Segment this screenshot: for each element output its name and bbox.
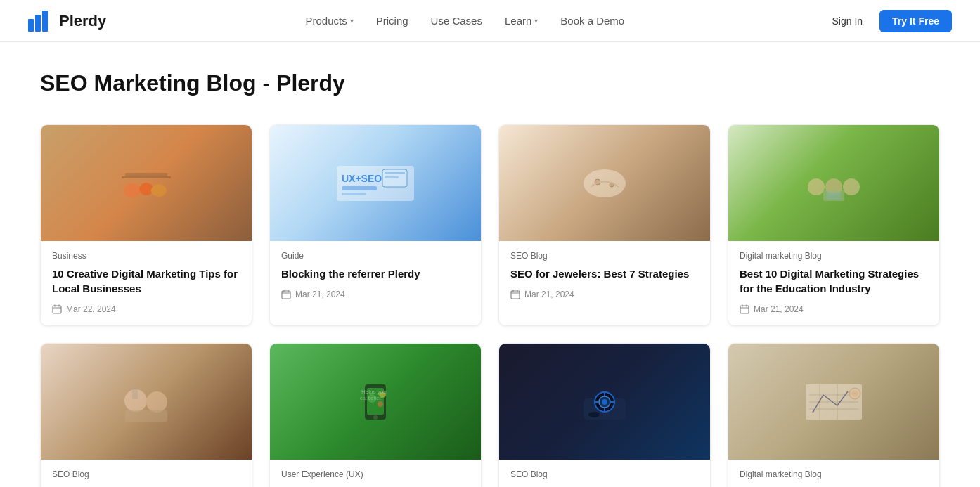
card-category: Business [52, 251, 240, 261]
card-title: Best 10 Digital Marketing Strategies for… [740, 266, 928, 296]
navbar: Plerdy Products ▾ Pricing Use Cases Lear… [0, 0, 980, 42]
card-image-4 [728, 125, 939, 241]
svg-rect-1 [35, 15, 41, 32]
card-date: Mar 21, 2024 [281, 290, 470, 299]
card-date: Mar 21, 2024 [740, 304, 928, 314]
blog-grid-row2: SEO Blog Senior Living SEO: 7 Tactics Th… [40, 343, 940, 487]
card-title: Blocking the referrer Plerdy [281, 266, 470, 281]
nav-book-demo[interactable]: Book a Demo [560, 15, 624, 27]
nav-use-cases[interactable]: Use Cases [431, 15, 482, 27]
card-category: SEO Blog [510, 251, 699, 261]
chevron-down-icon: ▾ [534, 17, 538, 25]
blog-card-3: SEO Blog SEO for Jewelers: Best 7 Strate… [498, 124, 711, 326]
blog-card-5: SEO Blog Senior Living SEO: 7 Tactics Th… [40, 343, 252, 487]
svg-rect-6 [125, 173, 167, 176]
nav-links: Products ▾ Pricing Use Cases Learn ▾ Boo… [306, 15, 625, 27]
card-category: Digital marketing Blog [740, 469, 928, 479]
svg-rect-41 [125, 410, 167, 422]
card-image-2: UX+SEO = [270, 125, 481, 241]
svg-point-23 [584, 169, 626, 197]
calendar-icon [740, 304, 749, 314]
svg-text:Helps you: Helps you [361, 389, 387, 395]
card-image-6: Helps you eat better. [270, 344, 481, 460]
card-category: SEO Blog [510, 469, 699, 479]
card-date: Mar 22, 2024 [52, 304, 240, 314]
logo-link[interactable]: Plerdy [28, 11, 106, 32]
svg-point-62 [602, 399, 607, 405]
svg-point-30 [808, 178, 825, 195]
svg-rect-42 [132, 388, 138, 399]
svg-rect-35 [740, 306, 749, 313]
svg-rect-0 [28, 19, 34, 32]
card-image-5 [41, 344, 252, 460]
svg-rect-14 [342, 186, 377, 190]
card-title: SEO for Jewelers: Best 7 Strategies [510, 266, 699, 281]
card-title: 10 Creative Digital Marketing Tips for L… [52, 266, 240, 296]
svg-rect-19 [282, 291, 290, 299]
chevron-down-icon: ▾ [350, 17, 354, 25]
svg-rect-26 [511, 291, 520, 299]
blog-card-1: Business 10 Creative Digital Marketing T… [40, 124, 252, 326]
nav-pricing[interactable]: Pricing [376, 15, 408, 27]
svg-text:eat better.: eat better. [360, 396, 382, 401]
svg-rect-15 [342, 193, 366, 195]
try-free-button[interactable]: Try It Free [879, 10, 952, 32]
main-content: SEO Marketing Blog - Plerdy Business 10 … [12, 42, 968, 487]
signin-button[interactable]: Sign In [823, 11, 871, 31]
nav-learn[interactable]: Learn ▾ [505, 15, 538, 27]
svg-point-4 [139, 183, 153, 195]
logo-text: Plerdy [59, 12, 106, 30]
svg-rect-18 [385, 176, 399, 178]
svg-point-67 [588, 412, 600, 417]
card-image-7 [499, 344, 710, 460]
blog-card-2: UX+SEO = Guide Blocking the referrer Ple… [269, 124, 482, 326]
blog-grid-row1: Business 10 Creative Digital Marketing T… [40, 124, 940, 326]
svg-point-79 [852, 391, 858, 396]
calendar-icon [52, 304, 62, 314]
svg-rect-34 [827, 193, 841, 200]
calendar-icon [510, 290, 520, 299]
svg-point-32 [843, 178, 860, 195]
blog-card-7: SEO Blog SEO for EV Charging Stations Ma… [498, 343, 711, 487]
blog-card-8: Digital marketing Blog Digital Marketing… [728, 343, 940, 487]
card-image-8 [728, 344, 939, 460]
card-date: Mar 21, 2024 [510, 290, 699, 299]
card-category: User Experience (UX) [281, 469, 470, 479]
svg-point-52 [378, 401, 383, 407]
svg-point-5 [151, 184, 167, 197]
card-image-3 [499, 125, 710, 241]
nav-actions: Sign In Try It Free [823, 10, 952, 32]
svg-point-40 [146, 391, 167, 413]
blog-card-4: Digital marketing Blog Best 10 Digital M… [728, 124, 940, 326]
calendar-icon [281, 290, 291, 299]
card-category: Digital marketing Blog [740, 251, 928, 261]
svg-point-3 [124, 183, 141, 197]
page-title: SEO Marketing Blog - Plerdy [40, 70, 940, 96]
card-image-1 [41, 125, 252, 241]
blog-card-6: Helps you eat better. User Experience (U… [269, 343, 482, 487]
svg-rect-8 [53, 306, 61, 313]
svg-point-49 [373, 415, 378, 420]
svg-rect-17 [385, 172, 405, 174]
nav-products[interactable]: Products ▾ [306, 15, 354, 27]
card-category: SEO Blog [52, 469, 240, 479]
svg-rect-7 [122, 176, 171, 178]
card-category: Guide [281, 251, 470, 261]
svg-rect-2 [42, 11, 48, 32]
